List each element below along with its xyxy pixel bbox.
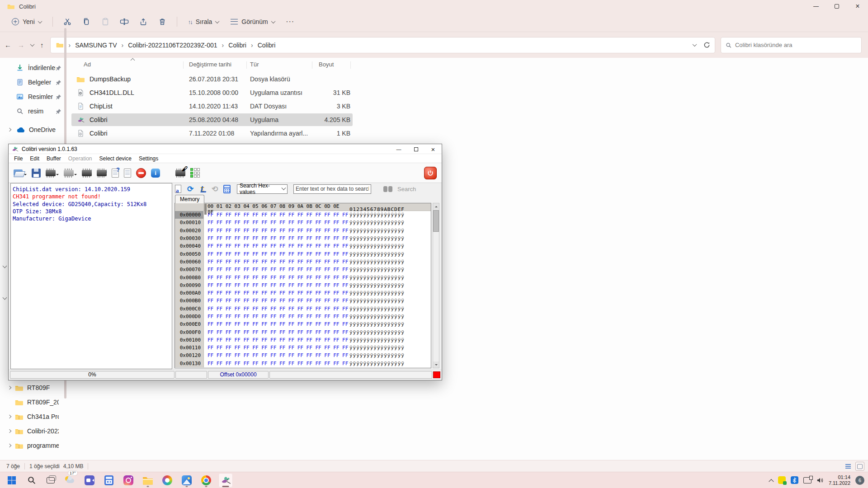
taskbar-app-taskview[interactable] [43, 473, 58, 488]
column-divider[interactable] [312, 61, 312, 69]
copy-button[interactable] [78, 15, 94, 28]
taskbar-app-search[interactable] [24, 473, 38, 488]
scroll-down-arrow[interactable] [433, 361, 439, 368]
bluetooth-icon[interactable] [791, 476, 798, 484]
volume-icon[interactable] [816, 477, 824, 483]
save-file-button[interactable] [30, 165, 42, 181]
explorer-search-box[interactable] [721, 37, 862, 53]
search-input[interactable] [735, 42, 857, 48]
hex-row[interactable]: 0x00060FF FF FF FF FF FF FF FF FF FF FF … [175, 258, 431, 266]
chip-action-button-disabled[interactable] [62, 165, 78, 181]
taskbar-app-paint[interactable] [160, 473, 175, 488]
taskbar-app-colibri[interactable] [218, 473, 233, 488]
new-button[interactable]: Yeni [7, 15, 46, 28]
menu-buffer[interactable]: Buffer [43, 155, 65, 163]
search-mode-select[interactable]: Search Hex-values [237, 184, 288, 194]
hex-row[interactable]: 0x00100FF FF FF FF FF FF FF FF FF FF FF … [175, 336, 431, 344]
refresh-icon[interactable] [703, 42, 710, 48]
column-divider[interactable] [246, 61, 247, 69]
column-divider[interactable] [183, 61, 184, 69]
file-row[interactable]: Colibri7.11.2022 01:08Yapılandırma ayarl… [68, 127, 868, 140]
hex-row[interactable]: 0x000D0FF FF FF FF FF FF FF FF FF FF FF … [175, 313, 431, 320]
verify-chip-button[interactable]: ? [110, 165, 120, 181]
delete-button[interactable] [154, 15, 170, 28]
menu-edit[interactable]: Edit [26, 155, 43, 163]
sidebar-item-rt809f[interactable]: RT809F [0, 381, 68, 394]
blank-check-button[interactable] [123, 165, 132, 181]
sidebar-item-pictures[interactable]: Resimler [0, 90, 68, 103]
share-button[interactable] [135, 15, 151, 28]
sidebar-item-ch341a[interactable]: Ch341a Progran [0, 410, 68, 423]
colibri-log-panel[interactable]: ChipList.dat version: 14.10.2020.159CH34… [10, 183, 172, 369]
search-button[interactable]: Search [397, 186, 416, 192]
menu-select-device[interactable]: Select device [96, 155, 135, 163]
chevron-right-icon[interactable] [8, 415, 11, 418]
hex-row[interactable]: 0x000E0FF FF FF FF FF FF FF FF FF FF FF … [175, 320, 431, 328]
erase-chip-button[interactable]: 🖌 [174, 165, 187, 181]
maximize-button[interactable] [407, 144, 425, 154]
close-button[interactable]: × [847, 0, 868, 13]
hex-row[interactable]: 0x000C0FF FF FF FF FF FF FF FF FF FF FF … [175, 305, 431, 313]
breadcrumb-item[interactable]: SAMSUNG TV [72, 40, 119, 50]
column-header-name[interactable]: Ad [84, 61, 91, 68]
taskbar-app-chat[interactable] [82, 473, 97, 488]
taskbar-app-weather[interactable]: 17° [63, 473, 77, 488]
hex-row[interactable]: 0x00030FF FF FF FF FF FF FF FF FF FF FF … [175, 235, 431, 242]
taskbar-app-calculator[interactable] [102, 473, 116, 488]
power-exit-button[interactable] [423, 165, 438, 181]
ascii-view-button[interactable] [173, 184, 183, 194]
sidebar-item-documents[interactable]: Belgeler [0, 75, 68, 89]
column-header-type[interactable]: Tür [250, 61, 259, 68]
read-chip-button[interactable] [44, 165, 60, 181]
cut-button[interactable] [59, 15, 75, 28]
minimize-button[interactable]: — [806, 0, 826, 13]
file-row[interactable]: DumpsBackup26.07.2018 20:31Dosya klasörü [68, 72, 868, 86]
taskbar-app-explorer[interactable] [141, 473, 155, 488]
sidebar-item-downloads[interactable]: İndirilenler [0, 61, 68, 75]
breadcrumb-bar[interactable]: › SAMSUNG TV›Colibri-20221106T220239Z-00… [50, 37, 716, 53]
taskbar-app-instagram[interactable] [121, 473, 136, 488]
network-icon[interactable] [803, 477, 811, 483]
tray-expand-icon[interactable] [769, 479, 774, 484]
file-row[interactable]: CH341DLL.DLL15.10.2008 00:00Uygulama uza… [68, 86, 868, 99]
chevron-right-icon[interactable] [8, 444, 11, 447]
chevron-right-icon[interactable] [8, 128, 11, 131]
breadcrumb-item[interactable]: Colibri [255, 40, 278, 50]
write-to-chip-button[interactable]: ↓ [95, 165, 108, 181]
hex-row[interactable]: 0x00090FF FF FF FF FF FF FF FF FF FF FF … [175, 282, 431, 289]
view-button[interactable]: Görünüm [226, 15, 279, 28]
up-button[interactable]: ↑ [40, 41, 44, 49]
hex-row[interactable]: 0x00010FF FF FF FF FF FF FF FF FF FF FF … [175, 219, 431, 226]
more-options-button[interactable]: ··· [282, 15, 298, 28]
checksum-button[interactable]: Σ [198, 184, 208, 194]
details-view-toggle[interactable] [844, 462, 853, 471]
hex-row[interactable]: 0x00130FF FF FF FF FF FF FF FF FF FF FF … [175, 360, 431, 367]
hex-row[interactable]: 0x00070FF FF FF FF FF FF FF FF FF FF FF … [175, 266, 431, 273]
minimize-button[interactable]: — [390, 144, 407, 154]
hex-row[interactable]: 0x00050FF FF FF FF FF FF FF FF FF FF FF … [175, 250, 431, 258]
hex-row[interactable]: 0x000B0FF FF FF FF FF FF FF FF FF FF FF … [175, 297, 431, 305]
stop-button[interactable] [135, 165, 147, 181]
hex-view[interactable]: 00 01 02 03 04 05 06 07 08 09 0A 0B 0C 0… [175, 203, 431, 368]
recent-locations-chevron[interactable] [30, 42, 35, 47]
scrollbar-thumb[interactable] [433, 210, 439, 232]
sidebar-item-colibri-zip[interactable]: Colibri-2022110 [0, 424, 68, 438]
menu-file[interactable]: File [10, 155, 26, 163]
taskbar-app-chrome[interactable] [199, 473, 213, 488]
hex-row[interactable]: 0x00020FF FF FF FF FF FF FF FF FF FF FF … [175, 227, 431, 235]
taskbar-app-start[interactable] [5, 473, 19, 488]
refresh-buffer-button[interactable]: ⟳ [185, 184, 195, 194]
hex-row[interactable]: 0x000F0FF FF FF FF FF FF FF FF FF FF FF … [175, 328, 431, 336]
chevron-right-icon[interactable] [8, 429, 11, 433]
reload-button-disabled[interactable]: ⟲ [210, 184, 220, 194]
antivirus-tray-icon[interactable] [778, 476, 786, 484]
sidebar-item-onedrive[interactable]: OneDrive [0, 123, 68, 136]
chip-info-button[interactable]: i [150, 165, 161, 181]
menu-settings[interactable]: Settings [135, 155, 162, 163]
taskbar-app-photos[interactable] [179, 473, 194, 488]
hex-row[interactable]: 0x00120FF FF FF FF FF FF FF FF FF FF FF … [175, 352, 431, 359]
column-header-date[interactable]: Değiştirme tarihi [189, 61, 231, 68]
sidebar-item-resim[interactable]: resim [0, 104, 68, 118]
scroll-up-arrow[interactable] [433, 203, 439, 210]
close-button[interactable]: × [425, 144, 442, 154]
